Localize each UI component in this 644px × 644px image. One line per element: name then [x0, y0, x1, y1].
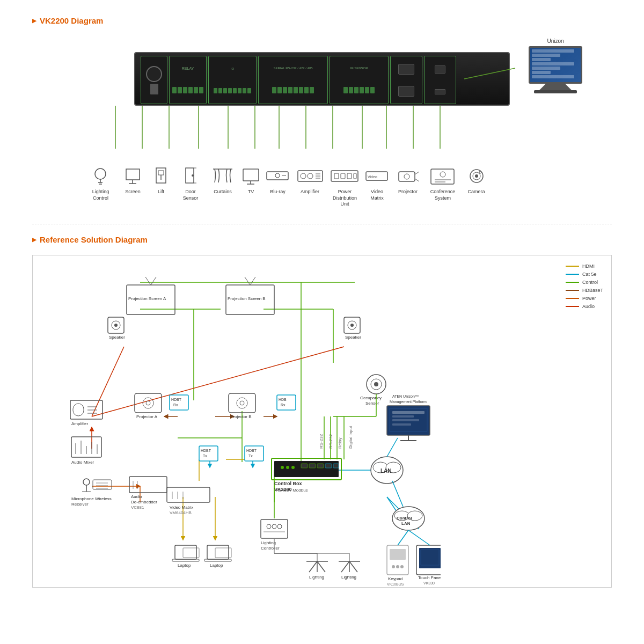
svg-rect-245	[419, 548, 441, 568]
legend-cat5e: Cat 5e	[566, 272, 603, 277]
svg-point-25	[192, 174, 194, 177]
svg-rect-155	[167, 487, 210, 502]
svg-rect-113	[135, 393, 162, 413]
legend-hdbaset: HDBaseT	[566, 288, 603, 293]
svg-point-33	[275, 173, 280, 178]
svg-point-111	[350, 324, 354, 327]
page-container: VK2200 Diagram Unizon	[0, 0, 644, 604]
legend-hdmi: HDMI	[566, 264, 603, 269]
svg-text:VK2200: VK2200	[274, 487, 292, 492]
svg-rect-222	[392, 419, 419, 421]
svg-text:Projector B: Projector B	[230, 414, 252, 419]
svg-text:VC881: VC881	[131, 505, 144, 510]
amplifier-icon	[297, 166, 324, 188]
conference-icon	[429, 166, 456, 188]
lift-icon	[152, 166, 171, 188]
device-camera: Camera	[464, 166, 488, 194]
svg-point-182	[277, 524, 282, 529]
svg-line-188	[317, 561, 325, 572]
svg-rect-22	[158, 171, 164, 175]
unizon-label: Unizon	[529, 38, 582, 44]
device-lighting: LightingControl	[86, 166, 115, 201]
screen-icon	[123, 166, 142, 188]
svg-line-191	[341, 561, 349, 572]
svg-text:VK10BUS: VK10BUS	[387, 582, 404, 586]
svg-line-85	[92, 347, 344, 416]
svg-line-102	[245, 277, 250, 285]
svg-text:Lighting: Lighting	[341, 575, 356, 580]
svg-point-36	[301, 173, 306, 179]
pdu-label: PowerDistributionUnit	[333, 189, 357, 208]
svg-text:Speaker: Speaker	[109, 335, 125, 340]
lighting-icon	[91, 166, 110, 188]
svg-rect-175	[325, 464, 332, 468]
vk2200-title-text: VK2200 Diagram	[40, 16, 103, 25]
device-screen: Screen	[121, 166, 145, 194]
amplifier-label: Amplifier	[301, 189, 319, 194]
svg-text:Amplifier: Amplifier	[71, 421, 88, 426]
svg-text:HDBT: HDBT	[246, 449, 257, 452]
svg-text:Video Matrix: Video Matrix	[170, 505, 193, 510]
svg-rect-45	[354, 173, 356, 179]
svg-point-60	[479, 171, 481, 173]
svg-text:Speaker: Speaker	[345, 335, 361, 340]
svg-text:LAN: LAN	[380, 468, 392, 474]
device-conference: ConferenceSystem	[427, 166, 459, 201]
svg-point-240	[396, 565, 399, 568]
videomatrix-icon: Video	[365, 166, 389, 188]
svg-text:RS-232: RS-232	[319, 434, 324, 449]
svg-text:Projector A: Projector A	[136, 414, 158, 419]
svg-text:LAN: LAN	[401, 521, 411, 526]
svg-text:Laptop: Laptop	[210, 563, 223, 568]
svg-point-180	[267, 524, 271, 529]
svg-rect-42	[334, 173, 339, 179]
svg-point-14	[95, 169, 106, 179]
separator	[32, 224, 612, 224]
svg-rect-44	[347, 173, 352, 179]
svg-text:Management Platform: Management Platform	[390, 400, 427, 404]
svg-line-249	[398, 530, 408, 545]
svg-point-171	[291, 466, 295, 469]
lighting-label: LightingControl	[92, 189, 109, 201]
svg-text:Receiver: Receiver	[71, 502, 89, 507]
svg-rect-29	[243, 169, 259, 181]
svg-rect-174	[317, 464, 324, 468]
svg-point-169	[281, 466, 284, 469]
projector-label: Projector	[398, 189, 418, 194]
device-tv: TV	[241, 166, 260, 194]
svg-rect-223	[392, 423, 411, 426]
svg-line-52	[415, 179, 419, 181]
svg-line-236	[392, 481, 403, 507]
device-door: DoorSensor	[177, 166, 204, 201]
svg-line-193	[349, 561, 357, 572]
svg-text:Laptop: Laptop	[178, 563, 191, 568]
svg-text:Touch Panel: Touch Panel	[418, 575, 441, 580]
curtains-icon	[212, 166, 233, 188]
svg-line-103	[250, 277, 255, 285]
lift-label: Lift	[158, 189, 164, 194]
svg-text:Rx: Rx	[281, 403, 286, 407]
legend-control: Control	[566, 280, 603, 285]
svg-text:Projection Screen B: Projection Screen B	[228, 296, 266, 301]
ref-diagram-svg: RS-232 RS-232 Relay Digital Input RS485 …	[33, 255, 441, 588]
svg-rect-143	[93, 480, 112, 489]
svg-point-122	[240, 401, 244, 405]
conference-label: ConferenceSystem	[430, 189, 456, 201]
svg-text:Control: Control	[397, 516, 412, 521]
screen-label: Screen	[125, 189, 141, 194]
svg-text:Rx: Rx	[173, 403, 178, 407]
ref-title: Reference Solution Diagram	[32, 235, 612, 244]
svg-line-250	[408, 530, 430, 545]
vk2200-diagram: Unizon	[32, 36, 612, 208]
svg-text:Video: Video	[368, 175, 377, 179]
door-icon	[181, 166, 200, 188]
svg-rect-128	[73, 404, 84, 416]
svg-text:Audio Mixer: Audio Mixer	[71, 460, 94, 465]
pdu-icon	[330, 166, 360, 188]
svg-text:VK330: VK330	[423, 581, 435, 585]
svg-rect-149	[129, 477, 167, 493]
device-curtains: Curtains	[209, 166, 236, 194]
svg-rect-205	[207, 545, 229, 559]
svg-point-140	[83, 479, 90, 485]
svg-text:Sensor: Sensor	[365, 401, 379, 406]
